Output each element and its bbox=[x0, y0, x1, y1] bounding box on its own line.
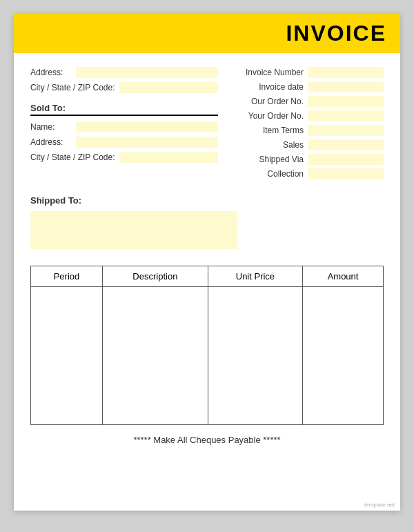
shipped-via-label: Shipped Via bbox=[259, 155, 304, 164]
collection-input[interactable] bbox=[308, 168, 384, 179]
shipped-to-section: Shipped To: bbox=[30, 195, 384, 249]
col-unit-price: Unit Price bbox=[208, 266, 302, 287]
sales-label: Sales bbox=[283, 140, 304, 150]
your-order-input[interactable] bbox=[308, 110, 384, 121]
invoice-page: INVOICE Address: City / State / ZIP Code… bbox=[14, 14, 400, 511]
sold-to-section: Sold To: Name: Address: City / State / Z… bbox=[30, 103, 218, 163]
invoice-table: Period Description Unit Price Amount bbox=[30, 266, 384, 425]
cell-description[interactable] bbox=[103, 287, 208, 425]
invoice-number-input[interactable] bbox=[308, 67, 384, 78]
your-order-label: Your Order No. bbox=[248, 111, 304, 121]
sold-address-input[interactable] bbox=[76, 137, 218, 148]
footer-text: ***** Make All Cheques Payable ***** bbox=[133, 435, 280, 445]
our-order-input[interactable] bbox=[308, 96, 384, 107]
collection-label: Collection bbox=[267, 169, 304, 179]
invoice-number-label: Invoice Number bbox=[246, 68, 304, 77]
col-amount: Amount bbox=[303, 266, 384, 287]
top-section: Address: City / State / ZIP Code: Sold T… bbox=[30, 67, 384, 183]
city-input[interactable] bbox=[119, 82, 219, 93]
sold-city-input[interactable] bbox=[119, 152, 219, 163]
sold-city-label: City / State / ZIP Code: bbox=[30, 152, 115, 162]
col-description: Description bbox=[103, 266, 208, 287]
collection-row: Collection bbox=[232, 168, 384, 179]
invoice-header: INVOICE bbox=[14, 14, 400, 53]
sold-city-row: City / State / ZIP Code: bbox=[30, 152, 218, 163]
our-order-row: Our Order No. bbox=[232, 96, 384, 107]
table-row bbox=[31, 287, 384, 425]
watermark: template.net bbox=[364, 502, 395, 508]
invoice-date-input[interactable] bbox=[308, 81, 384, 92]
city-row: City / State / ZIP Code: bbox=[30, 82, 218, 93]
col-period: Period bbox=[31, 266, 103, 287]
left-section: Address: City / State / ZIP Code: Sold T… bbox=[30, 67, 218, 183]
invoice-date-label: Invoice date bbox=[259, 82, 304, 92]
cell-unit-price[interactable] bbox=[208, 287, 302, 425]
shipped-via-input[interactable] bbox=[308, 154, 384, 165]
footer: ***** Make All Cheques Payable ***** bbox=[30, 435, 384, 452]
shipped-to-textarea[interactable] bbox=[30, 211, 237, 249]
sold-name-label: Name: bbox=[30, 122, 72, 132]
shipped-via-row: Shipped Via bbox=[232, 154, 384, 165]
sales-input[interactable] bbox=[308, 139, 384, 150]
address-input[interactable] bbox=[76, 67, 218, 78]
sold-name-input[interactable] bbox=[76, 121, 218, 132]
your-order-row: Your Order No. bbox=[232, 110, 384, 121]
content-area: Address: City / State / ZIP Code: Sold T… bbox=[14, 53, 400, 466]
item-terms-label: Item Terms bbox=[263, 126, 304, 135]
item-terms-input[interactable] bbox=[308, 125, 384, 136]
sold-address-label: Address: bbox=[30, 137, 72, 147]
our-order-label: Our Order No. bbox=[251, 97, 304, 106]
sold-name-row: Name: bbox=[30, 121, 218, 132]
sold-to-title: Sold To: bbox=[30, 103, 218, 116]
sales-row: Sales bbox=[232, 139, 384, 150]
invoice-title: INVOICE bbox=[14, 21, 386, 46]
invoice-date-row: Invoice date bbox=[232, 81, 384, 92]
cell-period[interactable] bbox=[31, 287, 103, 425]
address-row: Address: bbox=[30, 67, 218, 78]
right-section: Invoice Number Invoice date Our Order No… bbox=[232, 67, 384, 183]
shipped-to-title: Shipped To: bbox=[30, 195, 384, 206]
cell-amount[interactable] bbox=[303, 287, 384, 425]
address-label: Address: bbox=[30, 68, 72, 77]
city-label: City / State / ZIP Code: bbox=[30, 83, 115, 92]
invoice-number-row: Invoice Number bbox=[232, 67, 384, 78]
table-section: Period Description Unit Price Amount bbox=[30, 266, 384, 425]
sold-address-row: Address: bbox=[30, 137, 218, 148]
item-terms-row: Item Terms bbox=[232, 125, 384, 136]
